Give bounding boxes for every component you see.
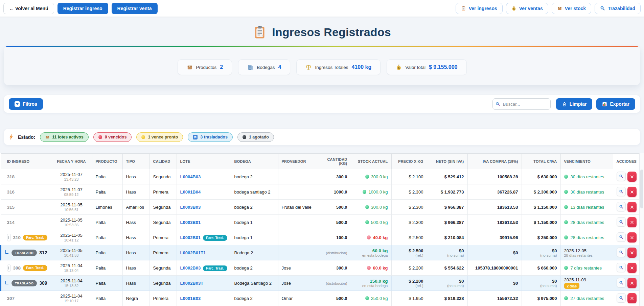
iva-value: 367226.87 — [471, 189, 518, 195]
table-scrollbar[interactable] — [639, 153, 644, 306]
vencimiento-sub: 28 días restantes — [564, 253, 610, 257]
view-detail-button[interactable] — [617, 278, 626, 287]
col-neto: NETO (SIN IVA) — [427, 154, 467, 169]
expand-row-button[interactable] — [7, 234, 11, 241]
iva-value: $0 — [471, 250, 518, 255]
precio-value: $ 2.500 — [409, 235, 423, 240]
total-value: $ 2.300.000 — [525, 189, 557, 195]
transfer-row: TRASLADO3092025-11-0415:13:32PaltaHassSe… — [1, 276, 640, 291]
view-detail-button[interactable] — [617, 248, 626, 257]
acciones-cell — [613, 230, 640, 245]
delete-button[interactable] — [627, 187, 637, 197]
lote-cell: L0002B01T1 — [177, 245, 231, 260]
precio-value: $ 1.950 — [409, 296, 423, 301]
neto-cell: $ 819.328 — [427, 291, 467, 306]
traslado-badge: TRASLADO — [12, 250, 37, 256]
exportar-button[interactable]: Exportar — [596, 98, 635, 110]
scrollbar-thumb[interactable] — [640, 170, 643, 208]
iva-cell: 367226.87 — [467, 184, 522, 200]
id-cell: TRASLADO309 — [1, 276, 51, 291]
precio-cell: $ 2.200 — [391, 260, 427, 276]
calidad-cell: Primera — [150, 291, 177, 306]
col-lote: LOTE — [177, 154, 231, 169]
neto-value: $ 529.412 — [431, 174, 464, 179]
producto-cell: Palta — [92, 245, 122, 260]
fecha-cell: 2025-11-0510:41:53 — [51, 245, 92, 260]
bodega-cell: Bodega 2 — [231, 245, 278, 260]
ingreso-id: 314 — [7, 220, 15, 225]
lote-link[interactable]: L0004B03 — [180, 174, 201, 179]
iva-cell: $0 — [467, 245, 522, 260]
col-total: TOTAL C/IVA — [522, 154, 560, 169]
transfer-row: TRASLADO3122025-11-0510:41:53PaltaHassPr… — [1, 245, 640, 260]
vencimiento-date: 2025-12-05 — [564, 248, 610, 253]
col-id-ingreso: ID INGRESO — [1, 154, 51, 169]
fecha-cell: 2025-11-0510:41:12 — [51, 230, 92, 245]
lote-cell: L0004B03 — [177, 169, 231, 184]
delete-button[interactable] — [627, 278, 637, 288]
expander-glyph — [8, 236, 9, 239]
close-icon — [630, 205, 634, 209]
delete-button[interactable] — [627, 263, 637, 273]
producto-cell: Palta — [92, 169, 122, 184]
acciones-cell — [613, 276, 640, 291]
vencimiento-cell: 2025-12-0528 días restantes — [560, 245, 613, 260]
transfer-connector-icon — [5, 281, 8, 284]
limpiar-button[interactable]: Limpiar — [556, 98, 593, 110]
tipo-cell: Hass — [122, 245, 150, 260]
acciones-cell — [613, 169, 640, 184]
neto-value: $ 1.932.773 — [431, 189, 464, 195]
vencimiento-cell: 30 días restantes — [560, 169, 613, 184]
view-detail-button[interactable] — [617, 172, 626, 181]
view-detail-button[interactable] — [617, 263, 626, 272]
view-detail-button[interactable] — [617, 202, 626, 211]
filtros-button[interactable]: Filtros — [9, 98, 43, 110]
iva-value: $0 — [471, 281, 518, 286]
cantidad-value: 500.0 — [336, 220, 347, 225]
lote-link[interactable]: L0002B01 — [180, 235, 201, 240]
lote-link[interactable]: L0002B03 — [180, 265, 201, 271]
lote-link[interactable]: L0002B03T — [180, 281, 204, 286]
total-cell: $ 975.000 — [522, 291, 560, 306]
neto-cell: $0(no suma) — [427, 245, 467, 260]
proveedor-cell: Jose — [278, 276, 317, 291]
view-detail-button[interactable] — [617, 293, 626, 303]
ver-stock-button[interactable]: Ver stock — [552, 3, 591, 14]
precio-cell: $ 2.200(ref.) — [391, 276, 427, 291]
fecha-date: 2025-11-04 — [54, 278, 89, 283]
view-detail-button[interactable] — [617, 217, 626, 227]
col-acciones: ACCIONES — [613, 154, 640, 169]
registrar-ingreso-button[interactable]: Registrar ingreso — [58, 3, 108, 14]
lote-link[interactable]: L0003B01 — [180, 220, 201, 225]
stat-label: Ingresos Totales — [315, 65, 348, 70]
ver-ventas-button[interactable]: $ Ver ventas — [506, 3, 548, 14]
view-detail-button[interactable] — [617, 187, 626, 196]
delete-button[interactable] — [627, 293, 637, 303]
search-input[interactable] — [492, 98, 551, 110]
view-detail-button[interactable] — [617, 232, 626, 242]
close-icon — [630, 221, 634, 224]
trazabilidad-button[interactable]: Trazabilidad — [595, 3, 641, 14]
expand-row-button[interactable] — [7, 264, 11, 272]
magnifier-icon — [619, 296, 623, 300]
delete-button[interactable] — [627, 217, 637, 227]
back-to-menu-button[interactable]: ← Volver al Menú — [3, 3, 54, 14]
lote-link[interactable]: L0001B03 — [180, 296, 201, 301]
lote-link[interactable]: L0003B03 — [180, 205, 201, 210]
id-cell: TRASLADO312 — [1, 245, 51, 260]
ver-ingresos-button[interactable]: Ver ingresos — [456, 3, 503, 14]
delete-button[interactable] — [627, 172, 637, 182]
precio-value: $ 2.300 — [409, 205, 423, 210]
fecha-date: 2025-11-07 — [54, 172, 89, 177]
registrar-venta-button[interactable]: Registrar venta — [112, 3, 158, 14]
clipboard-icon — [461, 6, 466, 11]
delete-button[interactable] — [627, 232, 637, 243]
id-cell: 318 — [1, 169, 51, 184]
col-tipo: TIPO — [122, 154, 150, 169]
delete-button[interactable] — [627, 202, 637, 212]
col-iva: IVA COMPRA (19%) — [467, 154, 522, 169]
lote-link[interactable]: L0002B01T1 — [180, 250, 206, 255]
proveedor-cell — [278, 184, 317, 200]
lote-link[interactable]: L0001B04 — [180, 189, 201, 195]
delete-button[interactable] — [627, 248, 637, 258]
